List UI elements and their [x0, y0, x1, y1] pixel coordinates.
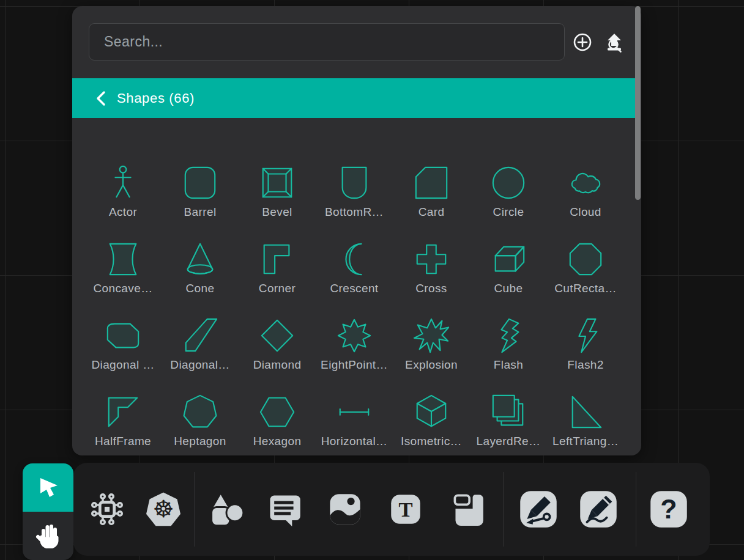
text-tool-button[interactable]: T	[387, 491, 424, 528]
shape-label: LayerdRe…	[477, 435, 541, 448]
shape-label: Horizontal…	[321, 435, 388, 448]
shape-item-flash2[interactable]: Flash2	[547, 295, 624, 372]
shape-item-cut-rectangle[interactable]: CutRecta…	[547, 219, 624, 295]
flash-shape-icon	[489, 316, 528, 355]
panel-title: Shapes (66)	[117, 90, 195, 106]
shape-label: Concave…	[93, 282, 152, 295]
help-tool-button[interactable]: ?	[650, 490, 688, 528]
shape-item-cone[interactable]: Cone	[162, 219, 239, 295]
shape-label: Heptagon	[174, 435, 226, 448]
back-chevron-icon[interactable]	[95, 90, 108, 106]
shape-item-cube[interactable]: Cube	[470, 219, 547, 295]
shape-item-horizontal-line[interactable]: Horizontal…	[316, 372, 393, 448]
shape-item-flash[interactable]: Flash	[470, 295, 547, 372]
shape-item-diagonal-rounded[interactable]: Diagonal …	[84, 295, 162, 372]
kubernetes-tool-button[interactable]: ☸	[145, 491, 182, 528]
shape-item-layered-rectangle[interactable]: LayerdRe…	[470, 372, 547, 448]
shape-label: Barrel	[184, 205, 217, 219]
draw-tool-button[interactable]	[579, 490, 617, 528]
select-tool-button[interactable]	[23, 463, 73, 512]
shape-item-barrel[interactable]: Barrel	[162, 142, 239, 219]
shape-item-heptagon[interactable]: Heptagon	[162, 372, 239, 448]
shape-label: LeftTriang…	[552, 435, 619, 448]
shape-label: Diagonal…	[170, 358, 229, 372]
note-icon	[452, 493, 485, 526]
toolbar-divider	[503, 472, 504, 547]
shape-item-bevel[interactable]: Bevel	[239, 142, 316, 219]
cross-shape-icon	[412, 240, 451, 279]
network-tool-button[interactable]	[89, 491, 125, 528]
add-shape-button[interactable]	[572, 32, 593, 53]
shape-label: Explosion	[405, 358, 458, 372]
corner-shape-icon	[258, 240, 297, 279]
shape-label: CutRecta…	[554, 282, 617, 295]
shape-item-hexagon[interactable]: Hexagon	[239, 372, 316, 448]
shape-label: Circle	[493, 205, 524, 219]
shape-item-half-frame[interactable]: HalfFrame	[84, 372, 162, 448]
hexagon-shape-icon	[258, 392, 297, 432]
svg-text:T: T	[398, 498, 412, 521]
flash2-shape-icon	[566, 316, 605, 355]
shape-label: Isometric…	[401, 435, 462, 448]
svg-text:☸: ☸	[153, 495, 174, 523]
shape-label: Cloud	[570, 205, 601, 219]
toolbar-divider	[194, 472, 195, 547]
shapes-tool-button[interactable]	[208, 491, 245, 528]
shape-label: Cube	[494, 282, 523, 295]
shape-item-actor[interactable]: Actor	[84, 142, 162, 219]
shape-item-bottom-rounded[interactable]: BottomR…	[316, 142, 393, 219]
upload-button[interactable]	[604, 32, 625, 53]
shape-label: Flash2	[567, 358, 603, 372]
shape-item-eight-point-star[interactable]: EightPoint…	[316, 295, 393, 372]
shape-item-isometric-cube[interactable]: Isometric…	[393, 372, 470, 448]
kubernetes-helm-icon: ☸	[145, 491, 182, 528]
diamond-shape-icon	[258, 316, 297, 355]
shape-label: HalfFrame	[95, 435, 151, 448]
pan-tool-button[interactable]	[23, 512, 73, 560]
bottom-rounded-shape-icon	[335, 163, 374, 202]
shape-item-corner[interactable]: Corner	[239, 219, 316, 295]
explosion-shape-icon	[412, 316, 451, 355]
pencil-scribble-icon	[579, 490, 617, 528]
shape-label: EightPoint…	[321, 358, 388, 372]
shape-item-card[interactable]: Card	[393, 142, 470, 219]
image-tool-button[interactable]	[327, 491, 363, 528]
cloud-shape-icon	[566, 163, 605, 202]
pen-tool-button[interactable]	[519, 490, 557, 528]
circle-shape-icon	[489, 163, 528, 202]
search-input[interactable]	[89, 23, 565, 61]
shape-label: Bevel	[262, 205, 292, 219]
panel-scrollbar[interactable]	[635, 6, 641, 200]
shape-item-left-triangle[interactable]: LeftTriang…	[547, 372, 624, 448]
image-icon	[328, 492, 362, 526]
heptagon-shape-icon	[180, 392, 220, 432]
shape-item-circle[interactable]: Circle	[470, 142, 547, 219]
comment-icon	[267, 492, 302, 526]
chip-network-icon	[90, 492, 124, 526]
isometric-cube-shape-icon	[412, 392, 451, 432]
shape-item-explosion[interactable]: Explosion	[393, 295, 470, 372]
shape-item-crescent[interactable]: Crescent	[316, 219, 393, 295]
shape-item-cloud[interactable]: Cloud	[547, 142, 624, 219]
comment-tool-button[interactable]	[266, 491, 303, 528]
hand-icon	[35, 521, 62, 550]
shape-item-diagonal-stripe[interactable]: Diagonal…	[162, 295, 239, 372]
shape-label: Cross	[415, 282, 447, 295]
shape-label: Card	[418, 205, 445, 219]
shape-grid: ActorBarrelBevelBottomR…CardCircleCloudC…	[72, 118, 635, 455]
note-tool-button[interactable]	[450, 491, 486, 528]
barrel-shape-icon	[180, 163, 220, 202]
eight-point-star-shape-icon	[335, 316, 374, 355]
shape-item-cross[interactable]: Cross	[393, 219, 470, 295]
shape-label: BottomR…	[325, 205, 384, 219]
shape-label: Diamond	[253, 358, 302, 372]
bevel-shape-icon	[258, 163, 297, 202]
shape-label: Crescent	[330, 282, 378, 295]
left-triangle-shape-icon	[566, 392, 605, 432]
diagonal-rounded-shape-icon	[103, 316, 143, 355]
shapes-icon	[209, 492, 244, 527]
shape-item-diamond[interactable]: Diamond	[239, 295, 316, 372]
svg-text:?: ?	[660, 494, 677, 524]
shape-item-concave[interactable]: Concave…	[84, 219, 162, 295]
card-shape-icon	[412, 163, 451, 202]
